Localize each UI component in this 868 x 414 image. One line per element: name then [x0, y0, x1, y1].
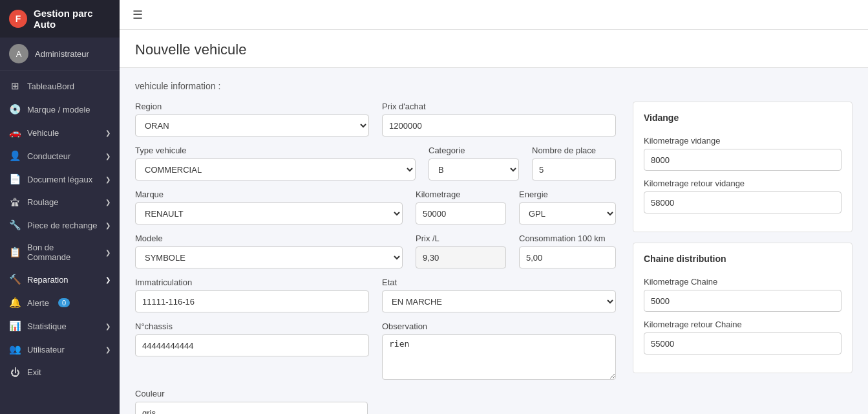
sidebar-item-piece-rechange[interactable]: 🔧 Piece de rechange ❯ [0, 213, 120, 237]
energie-label: Energie [519, 190, 616, 199]
sidebar-item-exit[interactable]: ⏻ Exit [0, 361, 120, 384]
chevron-right-icon: ❯ [105, 346, 111, 353]
immatriculation-label: Immatriculation [135, 278, 369, 287]
main-content: ☰ Nouvelle vehicule vehicule information… [120, 0, 868, 414]
km-chaine-input[interactable] [644, 290, 842, 312]
bon-commande-icon: 📋 [9, 246, 21, 258]
nombre-place-input[interactable] [532, 158, 616, 180]
sidebar-item-tableau-bord[interactable]: ⊞ TableauBord [0, 74, 120, 98]
chevron-right-icon: ❯ [105, 276, 111, 283]
nombre-place-label: Nombre de place [532, 146, 616, 155]
km-retour-vidange-input[interactable] [644, 191, 842, 213]
chevron-right-icon: ❯ [105, 176, 111, 183]
sidebar-nav: ⊞ TableauBord 💿 Marque / modele 🚗 Vehicu… [0, 71, 120, 414]
field-kilometrage: Kilometrage [416, 190, 506, 224]
field-prix-l: Prix /L [416, 234, 506, 268]
sidebar-item-marque-modele[interactable]: 💿 Marque / modele [0, 98, 120, 121]
reparation-icon: 🔨 [9, 274, 21, 285]
field-observation: Observation rien [382, 321, 616, 380]
modele-label: Modele [135, 234, 403, 243]
sidebar: F Gestion parc Auto A Administrateur ⊞ T… [0, 0, 120, 414]
field-prix-achat: Prix d'achat [382, 102, 616, 136]
type-vehicule-label: Type vehicule [135, 146, 416, 155]
page-title-bar: Nouvelle vehicule [120, 30, 868, 68]
vehicule-icon: 🚗 [9, 127, 21, 138]
row-modele-prix: Modele SYMBOLE Prix /L Consommation 100 … [135, 234, 616, 268]
sidebar-item-statistique[interactable]: 📊 Statistique ❯ [0, 314, 120, 338]
region-label: Region [135, 102, 369, 111]
sidebar-header: F Gestion parc Auto [0, 0, 120, 38]
observation-textarea[interactable]: rien [382, 334, 616, 380]
sidebar-item-label: Reparation [27, 275, 69, 285]
prix-l-label: Prix /L [416, 234, 506, 243]
roulage-icon: 🛣 [9, 197, 21, 208]
km-vidange-input[interactable] [644, 149, 842, 171]
sidebar-item-vehicule[interactable]: 🚗 Vehicule ❯ [0, 121, 120, 144]
field-nchassis: N°chassis [135, 321, 369, 380]
piece-icon: 🔧 [9, 219, 21, 231]
row-chassis-obs: N°chassis Observation rien [135, 321, 616, 380]
nchassis-input[interactable] [135, 334, 369, 356]
tableau-bord-icon: ⊞ [9, 80, 21, 92]
etat-select[interactable]: EN MARCHE [382, 290, 616, 312]
field-immatriculation: Immatriculation [135, 278, 369, 312]
couleur-input[interactable] [135, 402, 368, 414]
energie-select[interactable]: GPL [519, 202, 616, 224]
chevron-right-icon: ❯ [105, 249, 111, 256]
sidebar-item-label: Piece de rechange [27, 221, 97, 230]
field-categorie: Categorie B [429, 146, 519, 180]
avatar: A [9, 44, 28, 63]
field-marque: Marque RENAULT [135, 190, 403, 224]
hamburger-icon[interactable]: ☰ [132, 8, 143, 22]
marque-select[interactable]: RENAULT [135, 202, 403, 224]
sidebar-item-bon-commande[interactable]: 📋 Bon de Commande ❯ [0, 237, 120, 268]
row-type-categorie: Type vehicule COMMERCIAL Categorie B Nom… [135, 146, 616, 180]
row-region-prix: Region ORAN Prix d'achat [135, 102, 616, 136]
row-couleur: Couleur [135, 389, 616, 414]
chaine-section: Chaine distribution Kilometrage Chaine K… [633, 243, 852, 373]
prix-achat-input[interactable] [382, 114, 616, 136]
vidange-section: Vidange Kilometrage vidange Kilometrage … [633, 102, 852, 232]
region-select[interactable]: ORAN [135, 114, 369, 136]
categorie-select[interactable]: B [429, 158, 519, 180]
document-icon: 📄 [9, 173, 21, 185]
field-region: Region ORAN [135, 102, 369, 136]
sidebar-item-conducteur[interactable]: 👤 Conducteur ❯ [0, 144, 120, 168]
field-km-retour-vidange: Kilometrage retour vidange [644, 179, 842, 213]
field-consommation: Consommation 100 km [519, 234, 616, 268]
consommation-input[interactable] [519, 246, 616, 268]
topbar: ☰ [120, 0, 868, 30]
form-area: vehicule information : Region ORAN Prix … [120, 68, 868, 414]
immatriculation-input[interactable] [135, 290, 369, 312]
field-km-vidange: Kilometrage vidange [644, 136, 842, 171]
utilisateur-icon: 👥 [9, 343, 21, 355]
right-panel: Vidange Kilometrage vidange Kilometrage … [633, 102, 852, 384]
field-modele: Modele SYMBOLE [135, 234, 403, 268]
chevron-right-icon: ❯ [105, 129, 111, 136]
field-type-vehicule: Type vehicule COMMERCIAL [135, 146, 416, 180]
sidebar-item-label: TableauBord [27, 82, 74, 91]
chaine-title: Chaine distribution [644, 254, 842, 268]
sidebar-item-reparation[interactable]: 🔨 Reparation ❯ [0, 268, 120, 291]
app-title: Gestion parc Auto [34, 8, 111, 30]
kilometrage-input[interactable] [416, 202, 506, 224]
sidebar-item-roulage[interactable]: 🛣 Roulage ❯ [0, 191, 120, 213]
type-vehicule-select[interactable]: COMMERCIAL [135, 158, 416, 180]
alerte-icon: 🔔 [9, 297, 21, 309]
sidebar-item-label: Vehicule [27, 128, 59, 138]
statistique-icon: 📊 [9, 320, 21, 332]
km-retour-chaine-input[interactable] [644, 332, 842, 354]
sidebar-item-document-legaux[interactable]: 📄 Document légaux ❯ [0, 168, 120, 191]
km-chaine-label: Kilometrage Chaine [644, 277, 842, 287]
km-retour-chaine-label: Kilometrage retour Chaine [644, 320, 842, 329]
sidebar-item-label: Bon de Commande [27, 243, 99, 262]
sidebar-item-label: Roulage [27, 197, 58, 207]
app-logo-icon: F [9, 10, 27, 28]
sidebar-item-label: Alerte [27, 298, 49, 308]
sidebar-item-utilisateur[interactable]: 👥 Utilisateur ❯ [0, 338, 120, 361]
modele-select[interactable]: SYMBOLE [135, 246, 403, 268]
field-km-retour-chaine: Kilometrage retour Chaine [644, 320, 842, 354]
page-title: Nouvelle vehicule [135, 41, 852, 58]
prix-l-input[interactable] [416, 246, 506, 268]
sidebar-item-alerte[interactable]: 🔔 Alerte 0 [0, 291, 120, 314]
